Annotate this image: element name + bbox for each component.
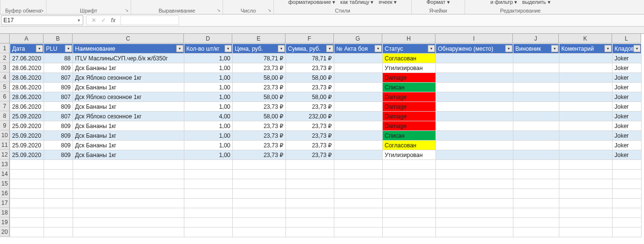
- cell[interactable]: [10, 170, 44, 179]
- cell[interactable]: [184, 218, 233, 228]
- formula-input[interactable]: [121, 15, 179, 25]
- dialog-launcher-icon[interactable]: ↘: [39, 7, 45, 13]
- cell[interactable]: [513, 208, 559, 218]
- cell[interactable]: [613, 189, 642, 199]
- cell[interactable]: [436, 63, 513, 73]
- table-column-header[interactable]: № Акта боя▼: [334, 44, 383, 54]
- filter-dropdown-icon[interactable]: ▼: [374, 45, 382, 52]
- cell[interactable]: [436, 179, 513, 189]
- dialog-launcher-icon[interactable]: ↘: [216, 7, 222, 13]
- row-header[interactable]: 12: [0, 150, 10, 159]
- cell[interactable]: [559, 102, 613, 112]
- cell[interactable]: [559, 141, 613, 150]
- cell[interactable]: 4,00: [184, 112, 233, 121]
- cell[interactable]: [436, 228, 513, 237]
- column-header[interactable]: I: [435, 34, 513, 43]
- cell[interactable]: 28.06.2020: [10, 92, 44, 102]
- cell[interactable]: Joker: [613, 73, 642, 83]
- filter-dropdown-icon[interactable]: ▼: [604, 45, 612, 52]
- cell[interactable]: 23,73 ₽: [233, 83, 286, 92]
- row-header[interactable]: 3: [0, 63, 10, 72]
- cell[interactable]: [559, 73, 613, 83]
- cell[interactable]: [436, 102, 513, 112]
- cell[interactable]: 809: [44, 63, 73, 73]
- cell[interactable]: Дск Яблоко сезонное 1кг: [73, 112, 184, 121]
- cell[interactable]: [559, 92, 613, 102]
- cell[interactable]: [44, 170, 73, 179]
- cell[interactable]: [73, 228, 184, 237]
- cell[interactable]: 28.06.2020: [10, 63, 44, 73]
- cell[interactable]: [10, 160, 44, 170]
- cell[interactable]: 809: [44, 150, 73, 160]
- cell[interactable]: [559, 150, 613, 160]
- ribbon-command[interactable]: ячеек ▾: [378, 0, 397, 5]
- cell[interactable]: [613, 199, 642, 208]
- cell[interactable]: Дск Бананы 1кг: [73, 63, 184, 73]
- cell[interactable]: [286, 208, 334, 218]
- column-header[interactable]: D: [184, 34, 232, 43]
- cell[interactable]: [73, 160, 184, 170]
- filter-dropdown-icon[interactable]: ▼: [551, 45, 558, 52]
- cell[interactable]: 1,00: [184, 131, 233, 141]
- row-header[interactable]: 8: [0, 111, 10, 121]
- cell[interactable]: [436, 141, 513, 150]
- cell[interactable]: Damage: [383, 92, 436, 102]
- cell[interactable]: [44, 228, 73, 237]
- cell[interactable]: Joker: [613, 54, 642, 63]
- cell[interactable]: [436, 218, 513, 228]
- cell[interactable]: [436, 121, 513, 131]
- cell[interactable]: [436, 170, 513, 179]
- cell[interactable]: [334, 121, 383, 131]
- cell[interactable]: [334, 179, 383, 189]
- cell[interactable]: [513, 150, 559, 160]
- cell[interactable]: 1,00: [184, 73, 233, 83]
- cell[interactable]: [334, 54, 383, 63]
- cell[interactable]: [559, 199, 613, 208]
- filter-dropdown-icon[interactable]: ▼: [225, 45, 232, 52]
- cell[interactable]: 23,73 ₽: [286, 131, 334, 141]
- cell[interactable]: [184, 228, 233, 237]
- row-header[interactable]: 11: [0, 140, 10, 150]
- cell[interactable]: Joker: [613, 63, 642, 73]
- cell[interactable]: 1,00: [184, 92, 233, 102]
- cell[interactable]: [44, 179, 73, 189]
- cell[interactable]: [10, 218, 44, 228]
- cell[interactable]: [613, 228, 642, 237]
- row-header[interactable]: 16: [0, 188, 10, 198]
- cell[interactable]: [559, 179, 613, 189]
- cell[interactable]: [383, 228, 436, 237]
- cell[interactable]: [513, 54, 559, 63]
- cell[interactable]: [334, 228, 383, 237]
- cell[interactable]: [44, 189, 73, 199]
- cell[interactable]: 1,00: [184, 83, 233, 92]
- row-header[interactable]: 5: [0, 82, 10, 92]
- cell[interactable]: 28.06.2020: [10, 83, 44, 92]
- cell[interactable]: 807: [44, 92, 73, 102]
- cell[interactable]: [334, 208, 383, 218]
- row-header[interactable]: 10: [0, 130, 10, 140]
- cell[interactable]: Damage: [383, 112, 436, 121]
- cell[interactable]: 23,73 ₽: [233, 63, 286, 73]
- column-header[interactable]: E: [232, 34, 285, 43]
- table-column-header[interactable]: Коментарий▼: [559, 44, 613, 54]
- cell[interactable]: Damage: [383, 121, 436, 131]
- cell[interactable]: [44, 218, 73, 228]
- cell[interactable]: 1,00: [184, 150, 233, 160]
- cell[interactable]: [233, 208, 286, 218]
- cell[interactable]: 58,00 ₽: [233, 112, 286, 121]
- cell[interactable]: [383, 208, 436, 218]
- cell[interactable]: Damage: [383, 102, 436, 112]
- cell[interactable]: Joker: [613, 112, 642, 121]
- cell[interactable]: [383, 170, 436, 179]
- table-column-header[interactable]: Статус▼: [383, 44, 436, 54]
- cell[interactable]: [513, 141, 559, 150]
- cell[interactable]: [383, 189, 436, 199]
- column-header[interactable]: A: [10, 34, 44, 43]
- ribbon-command[interactable]: выделить ▾: [522, 0, 550, 5]
- cell[interactable]: 1,00: [184, 121, 233, 131]
- cell[interactable]: Дск Бананы 1кг: [73, 121, 184, 131]
- cell[interactable]: [73, 179, 184, 189]
- cell[interactable]: 1,00: [184, 63, 233, 73]
- row-header[interactable]: 18: [0, 208, 10, 217]
- cell[interactable]: [334, 73, 383, 83]
